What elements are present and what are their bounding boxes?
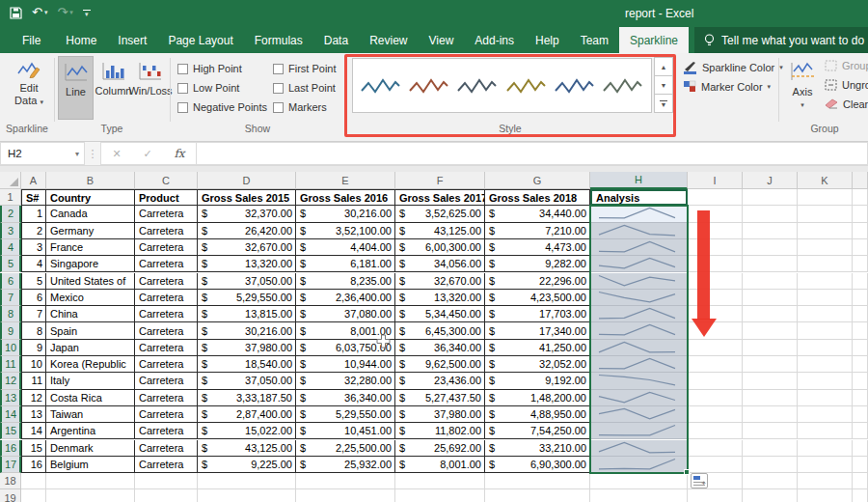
cell-D17[interactable]: $9,225.00 (198, 457, 296, 473)
insert-function-icon[interactable]: fx (174, 147, 184, 160)
cell-stub5[interactable] (853, 256, 868, 272)
column-header-K[interactable]: K (798, 172, 853, 189)
redo-dropdown-icon[interactable]: ▾ (69, 4, 73, 21)
cell-C4[interactable]: Carretera (135, 239, 198, 256)
cell-stub4[interactable] (853, 239, 868, 256)
gallery-more-icon[interactable]: ▼ (654, 94, 673, 113)
row-header-8[interactable]: 8 (0, 306, 21, 322)
cell-G9[interactable]: $17,340.00 (485, 322, 590, 339)
tab-home[interactable]: Home (55, 27, 107, 53)
cell-D1[interactable]: Gross Sales 2015 (198, 189, 296, 206)
style-swatch-1[interactable] (360, 70, 402, 102)
name-box-dropdown-icon[interactable]: ▾ (75, 150, 79, 158)
column-header-F[interactable]: F (395, 172, 485, 189)
row-header-3[interactable]: 3 (0, 223, 21, 239)
cell-E8[interactable]: $37,080.00 (296, 306, 395, 322)
checkbox-first-point[interactable]: First Point (273, 63, 337, 74)
cell-E15[interactable]: $10,451.00 (296, 423, 395, 439)
cell-G11[interactable]: $32,052.00 (485, 356, 590, 373)
cell-G15[interactable]: $7,54,250.00 (485, 423, 590, 439)
cell-B6[interactable]: United States of (46, 273, 135, 290)
cell-H1[interactable]: Analysis (590, 189, 688, 206)
redo-button[interactable]: ↷▾ (57, 4, 72, 21)
cell-C15[interactable]: Carretera (135, 423, 198, 439)
cell-B15[interactable]: Argentina (46, 423, 135, 439)
cell-D11[interactable]: $18,540.00 (198, 356, 296, 373)
cell-C17[interactable]: Carretera (135, 457, 198, 473)
tab-data[interactable]: Data (313, 27, 359, 53)
cell-C13[interactable]: Carretera (135, 390, 198, 406)
cell-stub14[interactable] (853, 406, 868, 423)
cell-K18[interactable] (798, 473, 853, 489)
cell-B13[interactable]: Costa Rica (46, 390, 135, 406)
cell-A14[interactable]: 13 (21, 406, 46, 423)
tell-me-box[interactable]: Tell me what you want to do (694, 27, 868, 53)
cell-stub2[interactable] (853, 206, 868, 222)
cell-A11[interactable]: 10 (21, 356, 46, 373)
cell-F11[interactable]: $9,62,500.00 (395, 356, 485, 373)
cell-B16[interactable]: Denmark (46, 440, 135, 457)
column-header-H[interactable]: H (590, 172, 688, 189)
cell-C7[interactable]: Carretera (135, 290, 198, 306)
cell-C5[interactable]: Carretera (135, 256, 198, 272)
cell-C1[interactable]: Product (135, 189, 198, 206)
cell-H12-sparkline[interactable] (590, 373, 688, 389)
cell-stub15[interactable] (853, 423, 868, 439)
cell-C8[interactable]: Carretera (135, 306, 198, 322)
cell-H4-sparkline[interactable] (590, 239, 688, 256)
cell-K5[interactable] (798, 256, 853, 272)
cell-J1[interactable] (743, 189, 798, 206)
cell-G13[interactable]: $1,48,200.00 (485, 390, 590, 406)
cell-B8[interactable]: China (46, 306, 135, 322)
cell-G2[interactable]: $34,440.00 (485, 206, 590, 222)
cell-F5[interactable]: $34,056.00 (395, 256, 485, 272)
row-header-9[interactable]: 9 (0, 322, 21, 339)
cell-F19[interactable] (395, 489, 485, 502)
marker-color-button[interactable]: Marker Color▾ (683, 80, 771, 93)
cell-F10[interactable]: $36,340.00 (395, 340, 485, 356)
enter-icon[interactable]: ✓ (143, 148, 151, 160)
tab-team[interactable]: Team (570, 27, 619, 53)
clear-button[interactable]: Clear (825, 98, 868, 110)
cell-J11[interactable] (743, 356, 798, 373)
cell-D13[interactable]: $3,33,187.50 (198, 390, 296, 406)
cell-J2[interactable] (743, 206, 798, 222)
cell-H17-sparkline[interactable] (590, 457, 688, 473)
cell-F18[interactable] (395, 473, 485, 489)
quick-analysis-button[interactable]: + (691, 473, 708, 488)
cell-stub10[interactable] (853, 340, 868, 356)
cell-B1[interactable]: Country (46, 189, 135, 206)
tab-insert[interactable]: Insert (107, 27, 157, 53)
cell-E2[interactable]: $30,216.00 (296, 206, 395, 222)
cell-G8[interactable]: $17,703.00 (485, 306, 590, 322)
cell-B2[interactable]: Canada (46, 206, 135, 222)
row-header-12[interactable]: 12 (0, 373, 21, 389)
cell-A1[interactable]: S# (21, 189, 46, 206)
cell-D4[interactable]: $32,670.00 (198, 239, 296, 256)
cell-G6[interactable]: $22,296.00 (485, 273, 590, 290)
cell-A18[interactable] (21, 473, 46, 489)
checkbox-negative-points[interactable]: Negative Points (177, 101, 267, 113)
cell-J4[interactable] (743, 239, 798, 256)
cell-H6-sparkline[interactable] (590, 273, 688, 290)
cell-G18[interactable] (485, 473, 590, 489)
cell-F9[interactable]: $6,45,300.00 (395, 322, 485, 339)
cell-J18[interactable] (743, 473, 798, 489)
cell-H19[interactable] (590, 489, 688, 502)
cell-D16[interactable]: $43,125.00 (198, 440, 296, 457)
row-header-17[interactable]: 17 (0, 457, 21, 473)
cell-A13[interactable]: 12 (21, 390, 46, 406)
cancel-icon[interactable]: ✕ (112, 148, 121, 160)
cell-K16[interactable] (798, 440, 853, 457)
cell-E11[interactable]: $10,944.00 (296, 356, 395, 373)
cell-C16[interactable]: Carretera (135, 440, 198, 457)
cell-A2[interactable]: 1 (21, 206, 46, 222)
cell-B9[interactable]: Spain (46, 322, 135, 339)
cell-J13[interactable] (743, 390, 798, 406)
style-swatch-4[interactable] (505, 70, 548, 102)
cell-B10[interactable]: Japan (46, 340, 135, 356)
cell-K14[interactable] (798, 406, 853, 423)
cell-H9-sparkline[interactable] (590, 322, 688, 339)
cell-H7-sparkline[interactable] (590, 290, 688, 306)
cell-D12[interactable]: $37,050.00 (198, 373, 296, 389)
